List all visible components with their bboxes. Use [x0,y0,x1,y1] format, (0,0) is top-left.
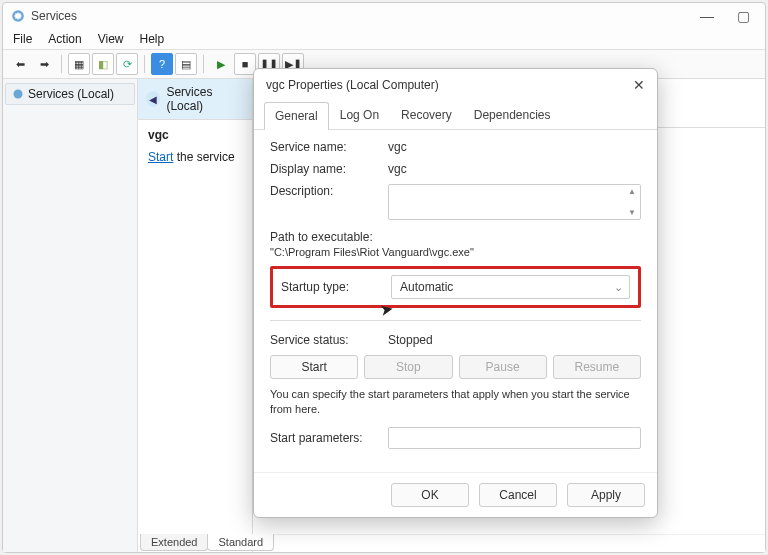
menu-file[interactable]: File [13,32,32,46]
description-label: Description: [270,184,380,198]
window-title: Services [31,9,77,23]
dialog-title-bar: vgc Properties (Local Computer) ✕ [254,69,657,101]
startup-type-label: Startup type: [281,280,383,294]
display-name-label: Display name: [270,162,380,176]
play-button[interactable]: ▶ [210,53,232,75]
startup-type-dropdown[interactable]: Automatic [391,275,630,299]
selected-service-name: vgc [148,128,242,142]
service-name-value: vgc [388,140,641,154]
start-params-label: Start parameters: [270,431,380,445]
menu-view[interactable]: View [98,32,124,46]
start-params-hint: You can specify the start parameters tha… [270,387,641,417]
title-bar: Services — ▢ [3,3,765,29]
service-status-value: Stopped [388,333,641,347]
services-icon [11,9,25,23]
display-name-value: vgc [388,162,641,176]
tab-general[interactable]: General [264,102,329,130]
spin-down-icon[interactable]: ▼ [628,208,636,217]
toolbar-btn-3[interactable]: ⟳ [116,53,138,75]
tree-root-label: Services (Local) [28,87,114,101]
toolbar-btn-4[interactable]: ▤ [175,53,197,75]
close-icon[interactable]: ✕ [633,77,645,93]
forward-button[interactable]: ➡ [33,53,55,75]
tab-extended[interactable]: Extended [140,534,208,551]
start-params-input[interactable] [388,427,641,449]
menu-help[interactable]: Help [140,32,165,46]
detail-pane: ◀ Services (Local) vgc Start the service [138,79,253,552]
maximize-button[interactable]: ▢ [729,8,757,24]
dialog-title: vgc Properties (Local Computer) [266,78,439,92]
stop-button: Stop [364,355,452,379]
back-button[interactable]: ⬅ [9,53,31,75]
start-button[interactable]: Start [270,355,358,379]
tab-logon[interactable]: Log On [329,101,390,129]
list-bottom-row [253,534,765,552]
tab-dependencies[interactable]: Dependencies [463,101,562,129]
cancel-button[interactable]: Cancel [479,483,557,507]
service-status-label: Service status: [270,333,380,347]
help-button[interactable]: ? [151,53,173,75]
view-tabs: Extended Standard [140,534,273,551]
toolbar-btn-1[interactable]: ▦ [68,53,90,75]
menu-bar: File Action View Help [3,29,765,50]
detail-header: ◀ Services (Local) [138,79,252,120]
path-exe-value: "C:\Program Files\Riot Vanguard\vgc.exe" [270,246,641,258]
resume-button: Resume [553,355,641,379]
spin-up-icon[interactable]: ▲ [628,187,636,196]
properties-dialog: vgc Properties (Local Computer) ✕ Genera… [253,68,658,518]
svg-point-0 [16,14,21,19]
tab-standard[interactable]: Standard [207,534,274,551]
tree-pane: Services (Local) [3,79,138,552]
path-exe-label: Path to executable: [270,230,641,244]
service-name-label: Service name: [270,140,380,154]
dialog-tabs: General Log On Recovery Dependencies [254,101,657,130]
tree-root-item[interactable]: Services (Local) [5,83,135,105]
apply-button[interactable]: Apply [567,483,645,507]
startup-type-value: Automatic [400,280,453,294]
description-field[interactable]: ▲▼ [388,184,641,220]
gear-icon [12,88,24,100]
ok-button[interactable]: OK [391,483,469,507]
start-service-link[interactable]: Start [148,150,173,164]
startup-type-highlight: Startup type: Automatic [270,266,641,308]
start-service-line: Start the service [148,150,242,164]
back-circle-icon[interactable]: ◀ [146,91,160,107]
tab-recovery[interactable]: Recovery [390,101,463,129]
minimize-button[interactable]: — [693,8,721,24]
toolbar-btn-2[interactable]: ◧ [92,53,114,75]
pause-button: Pause [459,355,547,379]
menu-action[interactable]: Action [48,32,81,46]
svg-point-1 [14,90,23,99]
detail-header-label: Services (Local) [166,85,244,113]
